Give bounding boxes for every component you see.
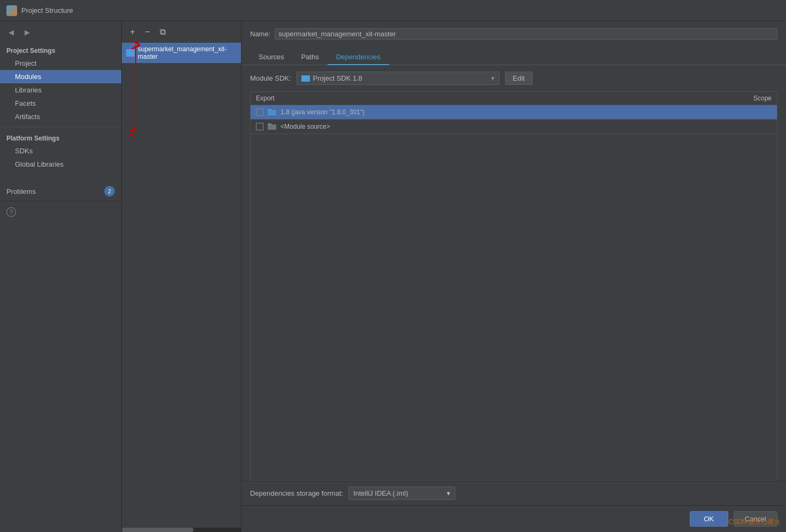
sidebar-divider xyxy=(0,127,121,127)
tab-paths[interactable]: Paths xyxy=(293,50,328,65)
scrollbar-thumb xyxy=(122,528,193,532)
sidebar-nav-top: ◀ ▶ xyxy=(0,21,121,43)
problems-section[interactable]: Problems 2 xyxy=(0,182,121,201)
sidebar-item-libraries[interactable]: Libraries xyxy=(0,83,121,97)
name-input[interactable]: supermarket_management_xit-master xyxy=(275,28,777,40)
csdn-watermark: CSDN @开心星火 xyxy=(728,518,781,527)
export-header: Export xyxy=(251,92,723,105)
module-toolbar: + − ⧉ xyxy=(122,21,241,43)
help-button[interactable]: ? xyxy=(0,201,122,222)
nav-forward-button[interactable]: ▶ xyxy=(21,26,33,38)
module-panel: + − ⧉ xyxy=(122,21,242,532)
platform-settings-header: Platform Settings xyxy=(0,130,121,144)
sidebar-item-sdks[interactable]: SDKs xyxy=(0,144,121,158)
project-structure-window: Project Structure ◀ ▶ Project Settings P… xyxy=(0,0,786,532)
sdk-folder-icon xyxy=(301,75,310,82)
module-scrollbar[interactable] xyxy=(122,528,241,532)
problems-badge: 2 xyxy=(104,186,115,197)
back-icon: ◀ xyxy=(9,28,14,36)
ok-button[interactable]: OK xyxy=(690,511,728,527)
dependencies-content: Module SDK: Project SDK 1.8 ▾ Edit Expor… xyxy=(242,65,786,505)
help-icon: ? xyxy=(6,207,16,217)
arrow-annotation xyxy=(129,41,142,138)
dep-checkbox[interactable] xyxy=(256,108,263,116)
jdk-folder-icon xyxy=(268,109,276,115)
name-row: Name: supermarket_management_xit-master xyxy=(242,21,786,46)
edit-button[interactable]: Edit xyxy=(505,72,533,85)
dep-export-cell: <Module source> xyxy=(251,120,723,134)
tabs-row: Sources Paths Dependencies xyxy=(242,46,786,65)
storage-format-dropdown[interactable]: IntelliJ IDEA (.iml) ▾ xyxy=(348,487,455,500)
tab-dependencies[interactable]: Dependencies xyxy=(328,50,389,65)
table-row[interactable]: <Module source> xyxy=(251,120,777,134)
copy-module-button[interactable]: ⧉ xyxy=(156,26,169,38)
module-sdk-label: Module SDK: xyxy=(250,74,291,82)
jdk-dep-name: 1.8 (java version "1.8.0_301") xyxy=(281,108,364,116)
table-row[interactable]: 1.8 (java version "1.8.0_301") xyxy=(251,105,777,120)
chevron-down-icon: ▾ xyxy=(491,74,495,82)
app-icon xyxy=(6,5,17,16)
sidebar-item-facets[interactable]: Facets xyxy=(0,97,121,110)
svg-rect-3 xyxy=(268,124,276,130)
storage-format-label: Dependencies storage format: xyxy=(250,489,343,497)
deps-table-header: Export Scope xyxy=(251,92,777,105)
sidebar: ◀ ▶ Project Settings Project Modules Lib… xyxy=(0,21,122,532)
problems-label: Problems xyxy=(6,187,104,195)
titlebar: Project Structure xyxy=(0,0,786,21)
jdk-dep-scope xyxy=(723,109,777,115)
nav-back-button[interactable]: ◀ xyxy=(5,26,17,38)
storage-format-value: IntelliJ IDEA (.iml) xyxy=(353,489,443,497)
remove-module-button[interactable]: − xyxy=(141,26,154,38)
right-panel: Name: supermarket_management_xit-master … xyxy=(242,21,786,532)
storage-chevron-icon: ▾ xyxy=(447,489,450,497)
sidebar-item-global-libraries[interactable]: Global Libraries xyxy=(0,158,121,171)
main-content: ◀ ▶ Project Settings Project Modules Lib… xyxy=(0,21,786,532)
sdk-row: Module SDK: Project SDK 1.8 ▾ Edit xyxy=(242,65,786,91)
sidebar-item-artifacts[interactable]: Artifacts xyxy=(0,110,121,123)
dep-checkbox[interactable] xyxy=(256,123,263,130)
module-source-dep-scope xyxy=(723,123,777,130)
sdk-value: Project SDK 1.8 xyxy=(313,74,488,82)
dep-export-cell: 1.8 (java version "1.8.0_301") xyxy=(251,105,723,119)
sdk-dropdown[interactable]: Project SDK 1.8 ▾ xyxy=(297,72,500,85)
svg-rect-1 xyxy=(268,110,276,115)
scope-header: Scope xyxy=(723,92,777,105)
module-name: supermarket_management_xit-master xyxy=(138,45,237,60)
svg-rect-2 xyxy=(268,109,271,111)
sidebar-item-modules[interactable]: Modules xyxy=(0,70,121,83)
footer: OK Cancel xyxy=(242,505,786,532)
add-module-button[interactable]: + xyxy=(126,26,139,38)
storage-format-row: Dependencies storage format: IntelliJ ID… xyxy=(242,481,786,505)
svg-rect-4 xyxy=(268,123,271,125)
forward-icon: ▶ xyxy=(25,28,30,36)
name-label: Name: xyxy=(250,30,270,38)
module-source-icon xyxy=(268,123,276,130)
window-title: Project Structure xyxy=(21,6,73,14)
tab-sources[interactable]: Sources xyxy=(250,50,293,65)
project-settings-header: Project Settings xyxy=(0,43,121,57)
sidebar-item-project[interactable]: Project xyxy=(0,57,121,70)
dependencies-table: Export Scope 1.8 (java version "1.8.0_30… xyxy=(250,91,777,481)
module-source-dep-name: <Module source> xyxy=(281,123,330,130)
